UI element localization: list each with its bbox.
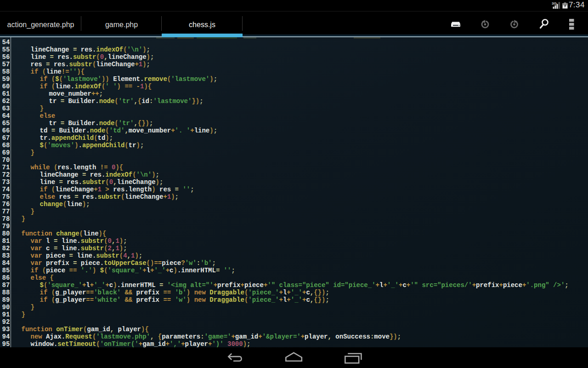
- svg-text:3G: 3G: [552, 1, 557, 6]
